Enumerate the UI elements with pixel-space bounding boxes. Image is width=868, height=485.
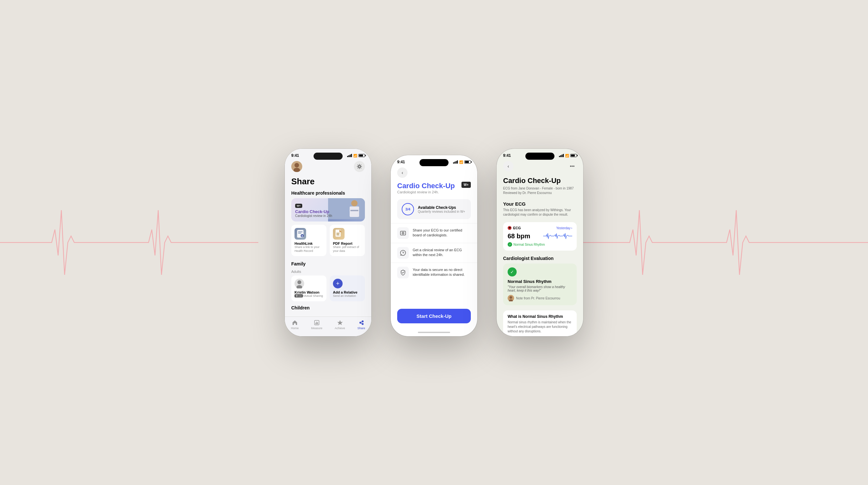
checkup-title: Available Check-Ups bbox=[418, 205, 465, 210]
what-is-title: What is Normal Sinus Rhythm bbox=[507, 314, 572, 319]
ecg-waveform bbox=[543, 231, 572, 241]
ecg-top-header: ‹ ••• bbox=[497, 160, 583, 175]
status-icons-2: 📶 bbox=[453, 160, 471, 164]
family-section-title: Family bbox=[285, 260, 371, 269]
svg-point-20 bbox=[296, 295, 298, 297]
svg-point-4 bbox=[351, 200, 358, 207]
share-icon bbox=[358, 319, 365, 326]
doctor-note: Note from Pr. Pierre Escourrou bbox=[507, 295, 572, 301]
share-page-title: Share bbox=[285, 175, 371, 189]
add-icon: + bbox=[333, 279, 343, 288]
healthlink-subtitle: Share a link to your Health Record bbox=[294, 246, 323, 253]
tab-share[interactable]: Share bbox=[358, 319, 365, 330]
phone-3-content: 9:41 📶 ‹ ••• bbox=[497, 149, 583, 336]
ecg-card[interactable]: ❤ ECG Yesterday › 68 bpm bbox=[503, 222, 577, 251]
heart-icon: ❤ bbox=[507, 226, 512, 230]
more-button[interactable]: ••• bbox=[568, 162, 577, 171]
mutual-badge: CO bbox=[294, 294, 303, 297]
add-relative-card[interactable]: + Add a Relative Send an invitation bbox=[330, 276, 365, 301]
tab-share-label: Share bbox=[358, 326, 365, 330]
svg-rect-24 bbox=[317, 322, 318, 324]
user-avatar[interactable] bbox=[291, 161, 302, 172]
svg-rect-22 bbox=[315, 323, 316, 324]
cardiologist-section: Cardiologist Evaluation ✓ Normal Sinus R… bbox=[497, 254, 583, 308]
bpm-value: 68 bpm bbox=[507, 232, 530, 240]
w-plus-badge-2: W+ bbox=[461, 182, 471, 188]
tab-home-label: Home bbox=[291, 326, 299, 330]
time-3: 9:41 bbox=[503, 153, 511, 158]
status-icons-1: 📶 bbox=[347, 154, 365, 158]
wifi-icon-3: 📶 bbox=[565, 154, 569, 158]
dynamic-island-2 bbox=[420, 159, 448, 166]
tab-achieve[interactable]: Achieve bbox=[335, 319, 345, 330]
pdf-report-subtitle: Share .pdf extract of your data bbox=[333, 246, 362, 253]
cardio-checkup-header: Cardio Check-Up Cardiologist review in 2… bbox=[391, 179, 477, 199]
svg-point-28 bbox=[362, 323, 364, 325]
svg-rect-16 bbox=[337, 235, 339, 235]
svg-point-27 bbox=[362, 320, 364, 322]
family-cards-row: Kristin Watson CO Mutual Sharing bbox=[291, 276, 365, 301]
tab-achieve-label: Achieve bbox=[335, 326, 345, 330]
status-icons-3: 📶 bbox=[559, 154, 577, 158]
w-plus-badge-card: W+ bbox=[295, 204, 302, 208]
data-secure-icon bbox=[397, 267, 409, 278]
signal-icon-2 bbox=[453, 160, 458, 164]
phone-1-content: 9:41 📶 bbox=[285, 149, 371, 336]
time-2: 9:41 bbox=[397, 160, 405, 164]
healthlink-title: HealthLink bbox=[294, 241, 313, 246]
cardio-result-meta: ECG from Jane Donovan - Female - born in… bbox=[497, 186, 583, 200]
svg-line-29 bbox=[361, 322, 362, 322]
cardio-result-title: Cardio Check-Up bbox=[497, 175, 583, 186]
small-cards-row: HealthLink Share a link to your Health R… bbox=[291, 225, 365, 256]
time-1: 9:41 bbox=[291, 153, 299, 158]
eval-card: ✓ Normal Sinus Rhythm "Your overall biom… bbox=[503, 263, 577, 305]
tab-home[interactable]: Home bbox=[291, 319, 299, 330]
measure-icon bbox=[314, 319, 320, 326]
svg-point-33 bbox=[403, 233, 403, 233]
avatar-svg bbox=[291, 161, 302, 172]
kristin-watson-card[interactable]: Kristin Watson CO Mutual Sharing bbox=[291, 276, 327, 301]
wifi-icon-1: 📶 bbox=[353, 154, 357, 158]
cardio-checkup-subtitle: Cardiologist review in 24h. bbox=[397, 190, 455, 194]
start-checkup-button[interactable]: Start Check-Up bbox=[397, 309, 471, 323]
yesterday-text: Yesterday bbox=[556, 226, 570, 230]
pdf-report-card[interactable]: PDF Report Share .pdf extract of your da… bbox=[330, 225, 365, 256]
children-label: Children bbox=[285, 304, 371, 311]
cardio-checkup-title: Cardio Check-Up bbox=[397, 182, 455, 190]
svg-point-0 bbox=[294, 163, 299, 168]
healthlink-icon bbox=[294, 228, 306, 239]
settings-button[interactable] bbox=[354, 161, 365, 172]
svg-rect-8 bbox=[298, 231, 303, 232]
phone-2-content: 9:41 📶 ‹ bbox=[391, 155, 477, 336]
add-relative-title: Add a Relative bbox=[333, 290, 358, 294]
kristin-name: Kristin Watson bbox=[294, 290, 319, 294]
feature-data-secure: Your data is secure as no direct identif… bbox=[391, 262, 477, 282]
feature-share-ecg: Share your ECG to our certified board of… bbox=[391, 223, 477, 243]
feature-text-1: Share your ECG to our certified board of… bbox=[413, 227, 471, 238]
svg-rect-12 bbox=[302, 235, 303, 237]
feature-clinical-review: Get a clinical review of an ECG within t… bbox=[391, 243, 477, 262]
kristin-avatar bbox=[294, 279, 304, 288]
svg-line-30 bbox=[361, 323, 362, 324]
add-relative-subtitle: Send an invitation bbox=[333, 294, 356, 298]
back-button-2[interactable]: ‹ bbox=[397, 168, 407, 178]
signal-icon-1 bbox=[347, 154, 352, 157]
back-button-3[interactable]: ‹ bbox=[503, 161, 514, 171]
healthcare-section-title: Healthcare professionals bbox=[285, 189, 371, 198]
share-ecg-icon bbox=[397, 227, 409, 239]
cardio-card[interactable]: W+ Cardio Check-Up Cardiologist review i… bbox=[291, 198, 365, 222]
svg-rect-23 bbox=[316, 322, 317, 324]
doctor-avatar bbox=[507, 295, 514, 301]
signal-icon-3 bbox=[559, 154, 564, 157]
svg-rect-14 bbox=[337, 233, 340, 233]
feature-text-3: Your data is secure as no direct identif… bbox=[413, 267, 471, 278]
eval-check-icon: ✓ bbox=[507, 267, 517, 277]
yesterday-link[interactable]: Yesterday › bbox=[556, 226, 572, 230]
your-ecg-section: Your ECG This ECG has been analyzed by W… bbox=[497, 200, 583, 220]
phone-share: 9:41 📶 bbox=[285, 149, 371, 336]
tab-measure[interactable]: Measure bbox=[311, 319, 322, 330]
svg-point-26 bbox=[360, 322, 361, 324]
battery-icon-1 bbox=[359, 154, 365, 157]
healthlink-card[interactable]: HealthLink Share a link to your Health R… bbox=[291, 225, 327, 256]
svg-rect-5 bbox=[350, 206, 359, 217]
